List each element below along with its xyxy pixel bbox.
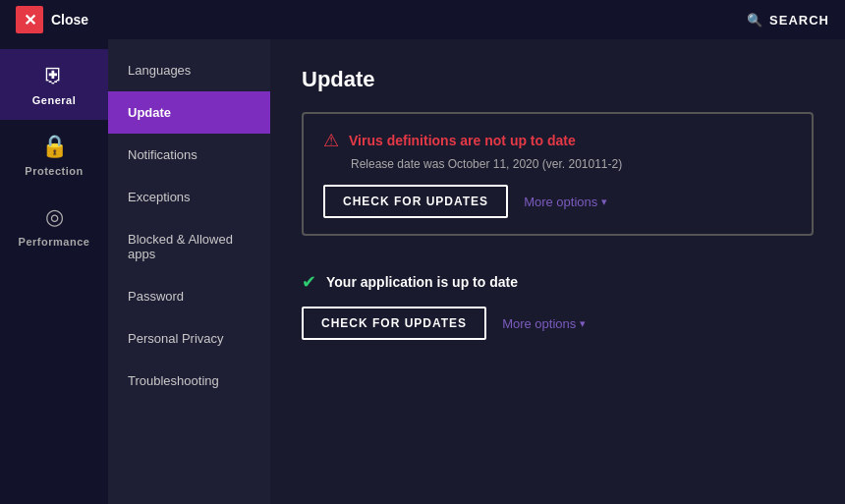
icon-sidebar: ⛨ General 🔒 Protection ◎ Performance bbox=[0, 39, 108, 504]
sidebar-item-protection[interactable]: 🔒 Protection bbox=[0, 120, 108, 191]
alert-row: ⚠ Virus definitions are not up to date bbox=[323, 130, 792, 151]
search-button[interactable]: 🔍 SEARCH bbox=[747, 13, 829, 28]
page-title: Update bbox=[302, 67, 814, 92]
top-bar: ✕ Close 🔍 SEARCH bbox=[0, 0, 845, 39]
chevron-icon-app: ▾ bbox=[580, 317, 586, 330]
main-layout: ⛨ General 🔒 Protection ◎ Performance Lan… bbox=[0, 39, 845, 504]
search-icon: 🔍 bbox=[747, 13, 763, 28]
virus-alert-text: Virus definitions are not up to date bbox=[349, 133, 576, 148]
close-label: Close bbox=[51, 12, 88, 28]
nav-privacy[interactable]: Personal Privacy bbox=[108, 317, 270, 360]
success-icon: ✔ bbox=[302, 271, 316, 293]
virus-definitions-card: ⚠ Virus definitions are not up to date R… bbox=[302, 112, 814, 236]
nav-exceptions[interactable]: Exceptions bbox=[108, 176, 270, 218]
more-options-button-virus[interactable]: More options ▾ bbox=[524, 195, 607, 209]
close-button[interactable]: ✕ Close bbox=[16, 6, 88, 33]
nav-update[interactable]: Update bbox=[108, 91, 270, 134]
warning-icon: ⚠ bbox=[323, 130, 339, 151]
check-updates-button-virus[interactable]: CHECK FOR UPDATES bbox=[323, 185, 508, 218]
performance-icon: ◎ bbox=[45, 204, 64, 230]
app-uptodate-card: ✔ Your application is up to date CHECK F… bbox=[302, 255, 814, 356]
nav-troubleshooting[interactable]: Troubleshooting bbox=[108, 360, 270, 402]
nav-blocked[interactable]: Blocked & Allowed apps bbox=[108, 218, 270, 275]
more-options-button-app[interactable]: More options ▾ bbox=[502, 316, 586, 331]
virus-action-row: CHECK FOR UPDATES More options ▾ bbox=[323, 185, 792, 218]
sidebar-item-performance[interactable]: ◎ Performance bbox=[0, 191, 108, 261]
check-updates-button-app[interactable]: CHECK FOR UPDATES bbox=[302, 307, 486, 340]
chevron-icon-virus: ▾ bbox=[601, 196, 607, 208]
virus-alert-sub: Release date was October 11, 2020 (ver. … bbox=[351, 157, 792, 171]
search-label: SEARCH bbox=[769, 13, 829, 28]
sidebar-item-general[interactable]: ⛨ General bbox=[0, 49, 108, 120]
app-success-text: Your application is up to date bbox=[326, 274, 518, 290]
main-content: Update ⚠ Virus definitions are not up to… bbox=[270, 39, 845, 504]
nav-password[interactable]: Password bbox=[108, 275, 270, 317]
protection-icon: 🔒 bbox=[41, 134, 68, 159]
general-icon: ⛨ bbox=[43, 63, 65, 88]
nav-languages[interactable]: Languages bbox=[108, 49, 270, 91]
general-label: General bbox=[32, 94, 76, 106]
more-options-label-app: More options bbox=[502, 316, 576, 331]
app-action-row: CHECK FOR UPDATES More options ▾ bbox=[302, 307, 814, 340]
success-row: ✔ Your application is up to date bbox=[302, 271, 814, 293]
more-options-label-virus: More options bbox=[524, 195, 597, 209]
protection-label: Protection bbox=[25, 165, 83, 177]
close-x-icon: ✕ bbox=[16, 6, 43, 33]
nav-notifications[interactable]: Notifications bbox=[108, 134, 270, 176]
performance-label: Performance bbox=[19, 236, 90, 248]
secondary-nav: Languages Update Notifications Exception… bbox=[108, 39, 270, 504]
